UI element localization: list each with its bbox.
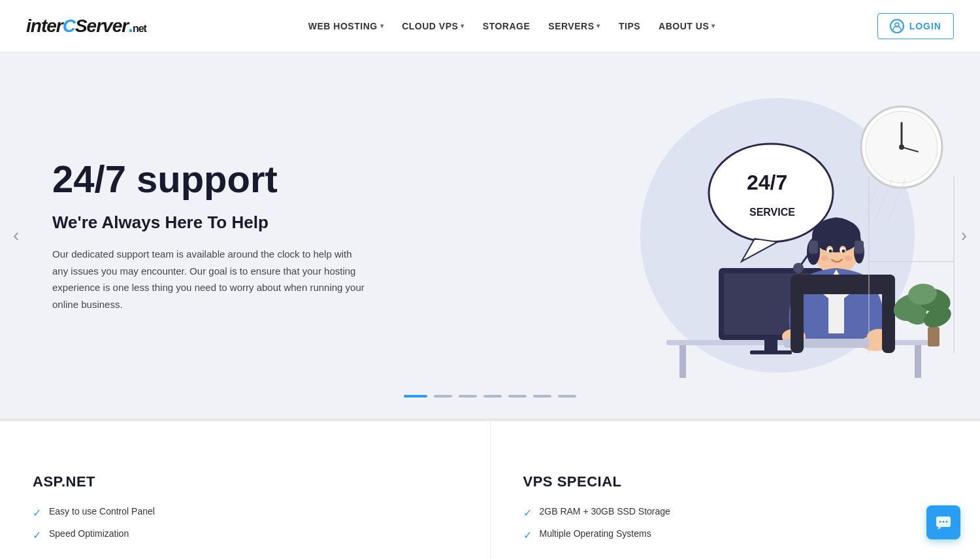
card-vps-feature-1: ✓ 2GB RAM + 30GB SSD Storage	[523, 506, 948, 519]
user-icon	[890, 19, 904, 33]
nav-item-tips[interactable]: TIPS	[612, 16, 647, 37]
check-icon: ✓	[523, 507, 532, 519]
nav-link-servers[interactable]: SERVERS ▾	[542, 16, 607, 37]
svg-point-28	[844, 256, 852, 261]
svg-point-5	[899, 144, 904, 150]
nav-item-about-us[interactable]: ABOUT US ▾	[652, 16, 722, 37]
svg-point-54	[939, 521, 941, 523]
hero-subtitle: We're Always Here To Help	[52, 212, 366, 233]
svg-text:24/7: 24/7	[747, 171, 787, 194]
nav-link-about-us[interactable]: ABOUT US ▾	[652, 16, 722, 37]
card-aspnet-title: ASP.NET	[33, 473, 457, 490]
svg-marker-7	[742, 239, 777, 262]
card-vps-title: VPS SPECIAL	[523, 473, 948, 490]
hero-description: Our dedicated support team is available …	[52, 246, 366, 313]
nav-link-storage[interactable]: STORAGE	[476, 16, 536, 37]
svg-point-26	[842, 250, 845, 253]
svg-rect-30	[855, 241, 864, 254]
login-button[interactable]: LOGIN	[877, 13, 954, 39]
svg-rect-29	[809, 241, 818, 254]
logo-c-icon: C	[63, 16, 75, 36]
slider-dot-3[interactable]	[459, 395, 477, 398]
svg-rect-11	[679, 345, 686, 378]
logo-dot: .	[128, 16, 133, 36]
slider-dot-2[interactable]	[434, 395, 452, 398]
slider-dot-4[interactable]	[483, 395, 502, 398]
svg-point-55	[943, 521, 945, 523]
slider-dot-7[interactable]	[558, 395, 576, 398]
check-icon: ✓	[523, 529, 532, 541]
card-vps-feature-2: ✓ Multiple Operating Systems	[523, 528, 948, 541]
support-illustration: 24/7 SERVICE	[588, 78, 967, 392]
svg-text:SERVICE: SERVICE	[749, 207, 795, 218]
nav-link-cloud-vps[interactable]: CLOUD VPS ▾	[395, 16, 471, 37]
nav-item-cloud-vps[interactable]: CLOUD VPS ▾	[395, 16, 471, 37]
svg-rect-40	[791, 275, 895, 294]
svg-point-25	[829, 250, 832, 253]
svg-point-32	[793, 263, 804, 273]
logo-net: net	[133, 23, 146, 34]
svg-line-31	[801, 254, 809, 265]
svg-point-56	[946, 521, 948, 523]
hero-illustration: 24/7 SERVICE	[575, 52, 980, 418]
slider-dot-1[interactable]	[404, 395, 427, 398]
chat-icon	[935, 514, 952, 531]
card-vps-special: VPS SPECIAL ✓ 2GB RAM + 30GB SSD Storage…	[491, 418, 981, 559]
slider-prev-button[interactable]: ‹	[7, 218, 25, 252]
card-aspnet-feature-2: ✓ Speed Optimization	[33, 528, 457, 541]
card-aspnet: ASP.NET ✓ Easy to use Control Panel ✓ Sp…	[0, 418, 491, 559]
nav-links: WEB HOSTING ▾ CLOUD VPS ▾ STORAGE SERVER…	[302, 16, 722, 37]
svg-rect-33	[828, 294, 844, 333]
nav-item-web-hosting[interactable]: WEB HOSTING ▾	[302, 16, 390, 37]
chat-button[interactable]	[926, 505, 960, 539]
login-label: LOGIN	[909, 21, 941, 31]
svg-rect-41	[928, 327, 939, 347]
hero-title: 24/7 support	[52, 158, 366, 200]
logo[interactable]: interCServer.net	[26, 16, 146, 37]
slider-dot-6[interactable]	[533, 395, 551, 398]
chevron-down-icon: ▾	[711, 22, 715, 29]
nav-item-storage[interactable]: STORAGE	[476, 16, 536, 37]
card-aspnet-feature-1: ✓ Easy to use Control Panel	[33, 506, 457, 519]
chevron-down-icon: ▾	[380, 22, 384, 29]
nav-item-servers[interactable]: SERVERS ▾	[542, 16, 607, 37]
svg-rect-12	[915, 345, 921, 378]
nav-link-tips[interactable]: TIPS	[612, 16, 647, 37]
check-icon: ✓	[33, 507, 41, 519]
illustration-wrapper: 24/7 SERVICE	[588, 78, 967, 392]
slider-next-button[interactable]: ›	[955, 218, 973, 252]
hero-content: 24/7 support We're Always Here To Help O…	[52, 158, 366, 313]
svg-point-27	[821, 256, 828, 261]
hero-section: ‹ 24/7 support We're Always Here To Help…	[0, 52, 980, 418]
svg-rect-16	[750, 350, 792, 354]
navbar: interCServer.net WEB HOSTING ▾ CLOUD VPS…	[0, 0, 980, 52]
slider-dot-5[interactable]	[508, 395, 527, 398]
nav-link-web-hosting[interactable]: WEB HOSTING ▾	[302, 16, 390, 37]
chevron-down-icon: ▾	[461, 22, 465, 29]
svg-rect-15	[764, 340, 777, 352]
slider-dots	[404, 395, 576, 398]
logo-inter: inter	[26, 16, 63, 36]
logo-server: Server	[75, 16, 128, 36]
cards-section: ASP.NET ✓ Easy to use Control Panel ✓ Sp…	[0, 418, 980, 559]
chevron-down-icon: ▾	[596, 22, 600, 29]
check-icon: ✓	[33, 529, 41, 541]
